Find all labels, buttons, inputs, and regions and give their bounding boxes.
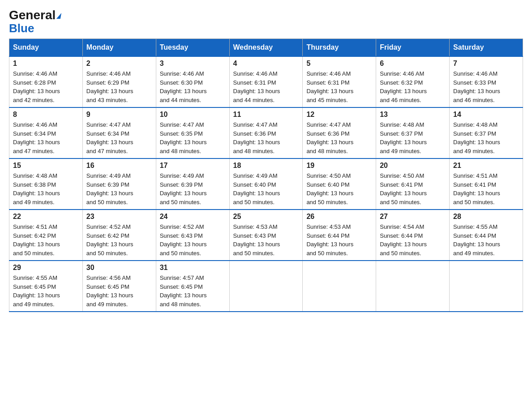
day-info: Sunrise: 4:47 AM Sunset: 6:36 PM Dayligh… bbox=[233, 120, 299, 155]
calendar-week-4: 22 Sunrise: 4:51 AM Sunset: 6:42 PM Dayl… bbox=[9, 210, 523, 261]
day-info: Sunrise: 4:49 AM Sunset: 6:39 PM Dayligh… bbox=[86, 171, 152, 206]
calendar-cell: 24 Sunrise: 4:52 AM Sunset: 6:43 PM Dayl… bbox=[156, 210, 229, 261]
calendar-cell bbox=[450, 261, 523, 312]
day-info: Sunrise: 4:46 AM Sunset: 6:30 PM Dayligh… bbox=[160, 69, 226, 104]
calendar-table: SundayMondayTuesdayWednesdayThursdayFrid… bbox=[9, 39, 523, 312]
day-info: Sunrise: 4:46 AM Sunset: 6:32 PM Dayligh… bbox=[380, 69, 446, 104]
day-info: Sunrise: 4:47 AM Sunset: 6:34 PM Dayligh… bbox=[86, 120, 152, 155]
calendar-cell bbox=[229, 261, 303, 312]
day-info: Sunrise: 4:51 AM Sunset: 6:42 PM Dayligh… bbox=[13, 223, 79, 257]
day-number: 25 bbox=[233, 213, 299, 221]
day-number: 26 bbox=[306, 213, 372, 221]
day-info: Sunrise: 4:50 AM Sunset: 6:41 PM Dayligh… bbox=[380, 171, 446, 206]
calendar-cell: 22 Sunrise: 4:51 AM Sunset: 6:42 PM Dayl… bbox=[9, 210, 83, 261]
day-number: 21 bbox=[453, 162, 519, 170]
day-info: Sunrise: 4:52 AM Sunset: 6:43 PM Dayligh… bbox=[160, 223, 226, 257]
day-info: Sunrise: 4:53 AM Sunset: 6:44 PM Dayligh… bbox=[306, 223, 372, 257]
col-header-sunday: Sunday bbox=[9, 39, 83, 57]
calendar-cell: 7 Sunrise: 4:46 AM Sunset: 6:33 PM Dayli… bbox=[450, 56, 523, 107]
calendar-cell: 6 Sunrise: 4:46 AM Sunset: 6:32 PM Dayli… bbox=[376, 56, 450, 107]
day-number: 8 bbox=[13, 111, 79, 119]
calendar-cell: 20 Sunrise: 4:50 AM Sunset: 6:41 PM Dayl… bbox=[376, 158, 450, 210]
col-header-saturday: Saturday bbox=[450, 39, 523, 57]
day-number: 11 bbox=[233, 111, 299, 119]
col-header-monday: Monday bbox=[82, 39, 156, 57]
day-info: Sunrise: 4:54 AM Sunset: 6:44 PM Dayligh… bbox=[380, 223, 446, 257]
col-header-tuesday: Tuesday bbox=[156, 39, 229, 57]
day-number: 30 bbox=[86, 264, 152, 272]
calendar-cell: 27 Sunrise: 4:54 AM Sunset: 6:44 PM Dayl… bbox=[376, 210, 450, 261]
col-header-thursday: Thursday bbox=[303, 39, 376, 57]
day-number: 27 bbox=[380, 213, 446, 221]
calendar-header-row: SundayMondayTuesdayWednesdayThursdayFrid… bbox=[9, 39, 523, 57]
calendar-cell: 29 Sunrise: 4:55 AM Sunset: 6:45 PM Dayl… bbox=[9, 261, 83, 312]
day-info: Sunrise: 4:49 AM Sunset: 6:40 PM Dayligh… bbox=[233, 171, 299, 206]
col-header-friday: Friday bbox=[376, 39, 450, 57]
day-number: 13 bbox=[380, 111, 446, 119]
calendar-cell: 30 Sunrise: 4:56 AM Sunset: 6:45 PM Dayl… bbox=[82, 261, 156, 312]
calendar-cell: 26 Sunrise: 4:53 AM Sunset: 6:44 PM Dayl… bbox=[303, 210, 376, 261]
calendar-cell: 14 Sunrise: 4:48 AM Sunset: 6:37 PM Dayl… bbox=[450, 107, 523, 158]
calendar-cell: 4 Sunrise: 4:46 AM Sunset: 6:31 PM Dayli… bbox=[229, 56, 303, 107]
calendar-cell: 19 Sunrise: 4:50 AM Sunset: 6:40 PM Dayl… bbox=[303, 158, 376, 210]
day-number: 19 bbox=[306, 162, 372, 170]
day-number: 15 bbox=[13, 162, 79, 170]
calendar-cell: 12 Sunrise: 4:47 AM Sunset: 6:36 PM Dayl… bbox=[303, 107, 376, 158]
day-info: Sunrise: 4:53 AM Sunset: 6:43 PM Dayligh… bbox=[233, 223, 299, 257]
calendar-week-1: 1 Sunrise: 4:46 AM Sunset: 6:28 PM Dayli… bbox=[9, 56, 523, 107]
day-number: 31 bbox=[160, 264, 226, 272]
calendar-cell: 9 Sunrise: 4:47 AM Sunset: 6:34 PM Dayli… bbox=[82, 107, 156, 158]
day-number: 18 bbox=[233, 162, 299, 170]
calendar-cell bbox=[303, 261, 376, 312]
day-info: Sunrise: 4:46 AM Sunset: 6:31 PM Dayligh… bbox=[233, 69, 299, 104]
day-info: Sunrise: 4:47 AM Sunset: 6:35 PM Dayligh… bbox=[160, 120, 226, 155]
day-info: Sunrise: 4:49 AM Sunset: 6:39 PM Dayligh… bbox=[160, 171, 226, 206]
day-info: Sunrise: 4:55 AM Sunset: 6:44 PM Dayligh… bbox=[453, 223, 519, 257]
calendar-cell: 8 Sunrise: 4:46 AM Sunset: 6:34 PM Dayli… bbox=[9, 107, 83, 158]
day-info: Sunrise: 4:47 AM Sunset: 6:36 PM Dayligh… bbox=[306, 120, 372, 155]
day-number: 10 bbox=[160, 111, 226, 119]
day-info: Sunrise: 4:48 AM Sunset: 6:37 PM Dayligh… bbox=[380, 120, 446, 155]
day-number: 17 bbox=[160, 162, 226, 170]
day-number: 4 bbox=[233, 60, 299, 68]
calendar-cell: 5 Sunrise: 4:46 AM Sunset: 6:31 PM Dayli… bbox=[303, 56, 376, 107]
day-info: Sunrise: 4:51 AM Sunset: 6:41 PM Dayligh… bbox=[453, 171, 519, 206]
day-number: 2 bbox=[86, 60, 152, 68]
calendar-week-2: 8 Sunrise: 4:46 AM Sunset: 6:34 PM Dayli… bbox=[9, 107, 523, 158]
day-number: 6 bbox=[380, 60, 446, 68]
day-number: 14 bbox=[453, 111, 519, 119]
day-info: Sunrise: 4:46 AM Sunset: 6:29 PM Dayligh… bbox=[86, 69, 152, 104]
page-header: General Blue bbox=[9, 9, 523, 34]
day-info: Sunrise: 4:48 AM Sunset: 6:38 PM Dayligh… bbox=[13, 171, 79, 206]
calendar-cell: 16 Sunrise: 4:49 AM Sunset: 6:39 PM Dayl… bbox=[82, 158, 156, 210]
day-number: 28 bbox=[453, 213, 519, 221]
day-info: Sunrise: 4:46 AM Sunset: 6:33 PM Dayligh… bbox=[453, 69, 519, 104]
calendar-cell: 15 Sunrise: 4:48 AM Sunset: 6:38 PM Dayl… bbox=[9, 158, 83, 210]
logo-blue: Blue bbox=[9, 22, 34, 34]
calendar-cell: 23 Sunrise: 4:52 AM Sunset: 6:42 PM Dayl… bbox=[82, 210, 156, 261]
day-number: 9 bbox=[86, 111, 152, 119]
calendar-cell: 28 Sunrise: 4:55 AM Sunset: 6:44 PM Dayl… bbox=[450, 210, 523, 261]
calendar-cell: 25 Sunrise: 4:53 AM Sunset: 6:43 PM Dayl… bbox=[229, 210, 303, 261]
day-info: Sunrise: 4:52 AM Sunset: 6:42 PM Dayligh… bbox=[86, 223, 152, 257]
day-info: Sunrise: 4:57 AM Sunset: 6:45 PM Dayligh… bbox=[160, 274, 226, 308]
day-number: 3 bbox=[160, 60, 226, 68]
day-number: 1 bbox=[13, 60, 79, 68]
day-number: 23 bbox=[86, 213, 152, 221]
calendar-cell bbox=[376, 261, 450, 312]
calendar-week-3: 15 Sunrise: 4:48 AM Sunset: 6:38 PM Dayl… bbox=[9, 158, 523, 210]
calendar-cell: 18 Sunrise: 4:49 AM Sunset: 6:40 PM Dayl… bbox=[229, 158, 303, 210]
day-number: 5 bbox=[306, 60, 372, 68]
day-info: Sunrise: 4:50 AM Sunset: 6:40 PM Dayligh… bbox=[306, 171, 372, 206]
calendar-cell: 13 Sunrise: 4:48 AM Sunset: 6:37 PM Dayl… bbox=[376, 107, 450, 158]
day-info: Sunrise: 4:46 AM Sunset: 6:31 PM Dayligh… bbox=[306, 69, 372, 104]
calendar-cell: 2 Sunrise: 4:46 AM Sunset: 6:29 PM Dayli… bbox=[82, 56, 156, 107]
logo-general: General bbox=[9, 8, 56, 22]
calendar-cell: 31 Sunrise: 4:57 AM Sunset: 6:45 PM Dayl… bbox=[156, 261, 229, 312]
col-header-wednesday: Wednesday bbox=[229, 39, 303, 57]
calendar-cell: 3 Sunrise: 4:46 AM Sunset: 6:30 PM Dayli… bbox=[156, 56, 229, 107]
calendar-cell: 17 Sunrise: 4:49 AM Sunset: 6:39 PM Dayl… bbox=[156, 158, 229, 210]
day-info: Sunrise: 4:46 AM Sunset: 6:28 PM Dayligh… bbox=[13, 69, 79, 104]
day-info: Sunrise: 4:56 AM Sunset: 6:45 PM Dayligh… bbox=[86, 274, 152, 308]
day-number: 12 bbox=[306, 111, 372, 119]
